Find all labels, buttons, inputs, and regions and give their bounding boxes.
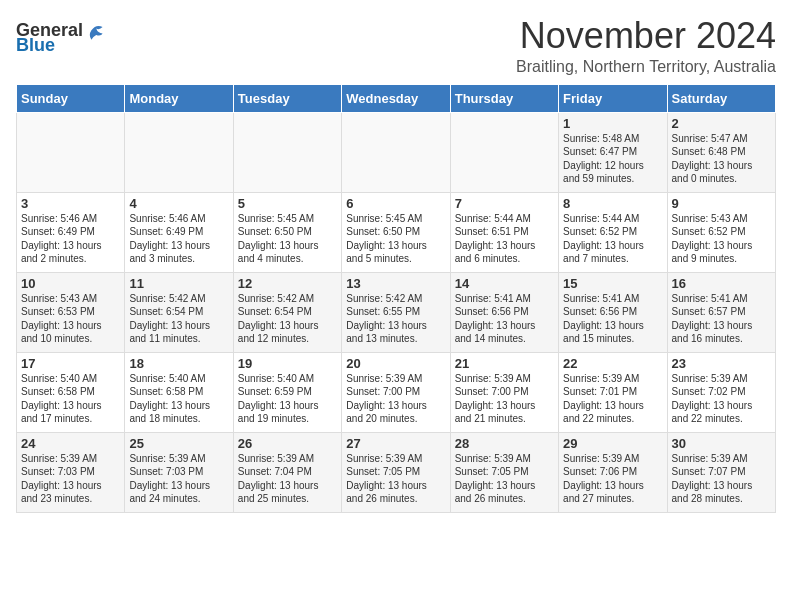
day-info: Sunrise: 5:46 AM Sunset: 6:49 PM Dayligh… bbox=[21, 212, 120, 266]
title-area: November 2024 Braitling, Northern Territ… bbox=[516, 16, 776, 76]
day-number: 15 bbox=[563, 276, 662, 291]
calendar-cell: 12Sunrise: 5:42 AM Sunset: 6:54 PM Dayli… bbox=[233, 272, 341, 352]
day-info: Sunrise: 5:39 AM Sunset: 7:00 PM Dayligh… bbox=[346, 372, 445, 426]
calendar-cell: 22Sunrise: 5:39 AM Sunset: 7:01 PM Dayli… bbox=[559, 352, 667, 432]
calendar-cell: 3Sunrise: 5:46 AM Sunset: 6:49 PM Daylig… bbox=[17, 192, 125, 272]
calendar-cell: 11Sunrise: 5:42 AM Sunset: 6:54 PM Dayli… bbox=[125, 272, 233, 352]
calendar-cell: 19Sunrise: 5:40 AM Sunset: 6:59 PM Dayli… bbox=[233, 352, 341, 432]
day-info: Sunrise: 5:39 AM Sunset: 7:03 PM Dayligh… bbox=[21, 452, 120, 506]
day-info: Sunrise: 5:43 AM Sunset: 6:52 PM Dayligh… bbox=[672, 212, 771, 266]
calendar-cell: 13Sunrise: 5:42 AM Sunset: 6:55 PM Dayli… bbox=[342, 272, 450, 352]
week-row-4: 17Sunrise: 5:40 AM Sunset: 6:58 PM Dayli… bbox=[17, 352, 776, 432]
col-thursday: Thursday bbox=[450, 84, 558, 112]
day-info: Sunrise: 5:40 AM Sunset: 6:58 PM Dayligh… bbox=[21, 372, 120, 426]
calendar-cell: 4Sunrise: 5:46 AM Sunset: 6:49 PM Daylig… bbox=[125, 192, 233, 272]
day-number: 22 bbox=[563, 356, 662, 371]
logo: General Blue bbox=[16, 20, 109, 56]
day-info: Sunrise: 5:44 AM Sunset: 6:51 PM Dayligh… bbox=[455, 212, 554, 266]
day-info: Sunrise: 5:42 AM Sunset: 6:55 PM Dayligh… bbox=[346, 292, 445, 346]
calendar-cell: 25Sunrise: 5:39 AM Sunset: 7:03 PM Dayli… bbox=[125, 432, 233, 512]
day-number: 9 bbox=[672, 196, 771, 211]
day-number: 16 bbox=[672, 276, 771, 291]
day-number: 5 bbox=[238, 196, 337, 211]
col-friday: Friday bbox=[559, 84, 667, 112]
day-number: 8 bbox=[563, 196, 662, 211]
day-info: Sunrise: 5:41 AM Sunset: 6:57 PM Dayligh… bbox=[672, 292, 771, 346]
calendar-cell: 24Sunrise: 5:39 AM Sunset: 7:03 PM Dayli… bbox=[17, 432, 125, 512]
day-info: Sunrise: 5:48 AM Sunset: 6:47 PM Dayligh… bbox=[563, 132, 662, 186]
day-info: Sunrise: 5:39 AM Sunset: 7:04 PM Dayligh… bbox=[238, 452, 337, 506]
day-number: 4 bbox=[129, 196, 228, 211]
day-info: Sunrise: 5:39 AM Sunset: 7:06 PM Dayligh… bbox=[563, 452, 662, 506]
day-number: 17 bbox=[21, 356, 120, 371]
calendar-cell: 18Sunrise: 5:40 AM Sunset: 6:58 PM Dayli… bbox=[125, 352, 233, 432]
day-info: Sunrise: 5:44 AM Sunset: 6:52 PM Dayligh… bbox=[563, 212, 662, 266]
day-number: 18 bbox=[129, 356, 228, 371]
col-sunday: Sunday bbox=[17, 84, 125, 112]
calendar-table: Sunday Monday Tuesday Wednesday Thursday… bbox=[16, 84, 776, 513]
calendar-cell bbox=[342, 112, 450, 192]
calendar-cell: 27Sunrise: 5:39 AM Sunset: 7:05 PM Dayli… bbox=[342, 432, 450, 512]
week-row-2: 3Sunrise: 5:46 AM Sunset: 6:49 PM Daylig… bbox=[17, 192, 776, 272]
day-info: Sunrise: 5:40 AM Sunset: 6:59 PM Dayligh… bbox=[238, 372, 337, 426]
day-info: Sunrise: 5:42 AM Sunset: 6:54 PM Dayligh… bbox=[238, 292, 337, 346]
day-number: 30 bbox=[672, 436, 771, 451]
calendar-cell: 10Sunrise: 5:43 AM Sunset: 6:53 PM Dayli… bbox=[17, 272, 125, 352]
logo-blue: Blue bbox=[16, 35, 55, 56]
day-info: Sunrise: 5:43 AM Sunset: 6:53 PM Dayligh… bbox=[21, 292, 120, 346]
calendar-cell: 7Sunrise: 5:44 AM Sunset: 6:51 PM Daylig… bbox=[450, 192, 558, 272]
day-info: Sunrise: 5:39 AM Sunset: 7:05 PM Dayligh… bbox=[346, 452, 445, 506]
day-info: Sunrise: 5:45 AM Sunset: 6:50 PM Dayligh… bbox=[346, 212, 445, 266]
location-subtitle: Braitling, Northern Territory, Australia bbox=[516, 58, 776, 76]
week-row-5: 24Sunrise: 5:39 AM Sunset: 7:03 PM Dayli… bbox=[17, 432, 776, 512]
day-number: 12 bbox=[238, 276, 337, 291]
day-info: Sunrise: 5:41 AM Sunset: 6:56 PM Dayligh… bbox=[563, 292, 662, 346]
day-info: Sunrise: 5:39 AM Sunset: 7:03 PM Dayligh… bbox=[129, 452, 228, 506]
day-info: Sunrise: 5:47 AM Sunset: 6:48 PM Dayligh… bbox=[672, 132, 771, 186]
col-tuesday: Tuesday bbox=[233, 84, 341, 112]
day-number: 29 bbox=[563, 436, 662, 451]
day-number: 10 bbox=[21, 276, 120, 291]
day-number: 7 bbox=[455, 196, 554, 211]
day-number: 27 bbox=[346, 436, 445, 451]
day-number: 14 bbox=[455, 276, 554, 291]
day-info: Sunrise: 5:41 AM Sunset: 6:56 PM Dayligh… bbox=[455, 292, 554, 346]
day-number: 13 bbox=[346, 276, 445, 291]
day-number: 3 bbox=[21, 196, 120, 211]
calendar-cell bbox=[233, 112, 341, 192]
day-number: 25 bbox=[129, 436, 228, 451]
day-info: Sunrise: 5:39 AM Sunset: 7:07 PM Dayligh… bbox=[672, 452, 771, 506]
calendar-cell: 17Sunrise: 5:40 AM Sunset: 6:58 PM Dayli… bbox=[17, 352, 125, 432]
day-number: 21 bbox=[455, 356, 554, 371]
day-number: 19 bbox=[238, 356, 337, 371]
calendar-cell: 9Sunrise: 5:43 AM Sunset: 6:52 PM Daylig… bbox=[667, 192, 775, 272]
calendar-cell: 14Sunrise: 5:41 AM Sunset: 6:56 PM Dayli… bbox=[450, 272, 558, 352]
calendar-cell: 1Sunrise: 5:48 AM Sunset: 6:47 PM Daylig… bbox=[559, 112, 667, 192]
day-number: 6 bbox=[346, 196, 445, 211]
week-row-3: 10Sunrise: 5:43 AM Sunset: 6:53 PM Dayli… bbox=[17, 272, 776, 352]
day-number: 26 bbox=[238, 436, 337, 451]
calendar-cell: 26Sunrise: 5:39 AM Sunset: 7:04 PM Dayli… bbox=[233, 432, 341, 512]
calendar-cell: 16Sunrise: 5:41 AM Sunset: 6:57 PM Dayli… bbox=[667, 272, 775, 352]
day-number: 24 bbox=[21, 436, 120, 451]
day-info: Sunrise: 5:39 AM Sunset: 7:02 PM Dayligh… bbox=[672, 372, 771, 426]
calendar-cell bbox=[17, 112, 125, 192]
day-number: 11 bbox=[129, 276, 228, 291]
calendar-cell: 21Sunrise: 5:39 AM Sunset: 7:00 PM Dayli… bbox=[450, 352, 558, 432]
page-header: General Blue November 2024 Braitling, No… bbox=[16, 16, 776, 76]
day-info: Sunrise: 5:40 AM Sunset: 6:58 PM Dayligh… bbox=[129, 372, 228, 426]
calendar-cell: 2Sunrise: 5:47 AM Sunset: 6:48 PM Daylig… bbox=[667, 112, 775, 192]
calendar-cell: 29Sunrise: 5:39 AM Sunset: 7:06 PM Dayli… bbox=[559, 432, 667, 512]
calendar-cell: 23Sunrise: 5:39 AM Sunset: 7:02 PM Dayli… bbox=[667, 352, 775, 432]
day-number: 1 bbox=[563, 116, 662, 131]
calendar-cell: 28Sunrise: 5:39 AM Sunset: 7:05 PM Dayli… bbox=[450, 432, 558, 512]
day-info: Sunrise: 5:39 AM Sunset: 7:00 PM Dayligh… bbox=[455, 372, 554, 426]
day-info: Sunrise: 5:46 AM Sunset: 6:49 PM Dayligh… bbox=[129, 212, 228, 266]
month-title: November 2024 bbox=[516, 16, 776, 56]
calendar-cell: 20Sunrise: 5:39 AM Sunset: 7:00 PM Dayli… bbox=[342, 352, 450, 432]
calendar-cell bbox=[125, 112, 233, 192]
calendar-cell: 5Sunrise: 5:45 AM Sunset: 6:50 PM Daylig… bbox=[233, 192, 341, 272]
day-info: Sunrise: 5:45 AM Sunset: 6:50 PM Dayligh… bbox=[238, 212, 337, 266]
calendar-cell: 6Sunrise: 5:45 AM Sunset: 6:50 PM Daylig… bbox=[342, 192, 450, 272]
col-saturday: Saturday bbox=[667, 84, 775, 112]
